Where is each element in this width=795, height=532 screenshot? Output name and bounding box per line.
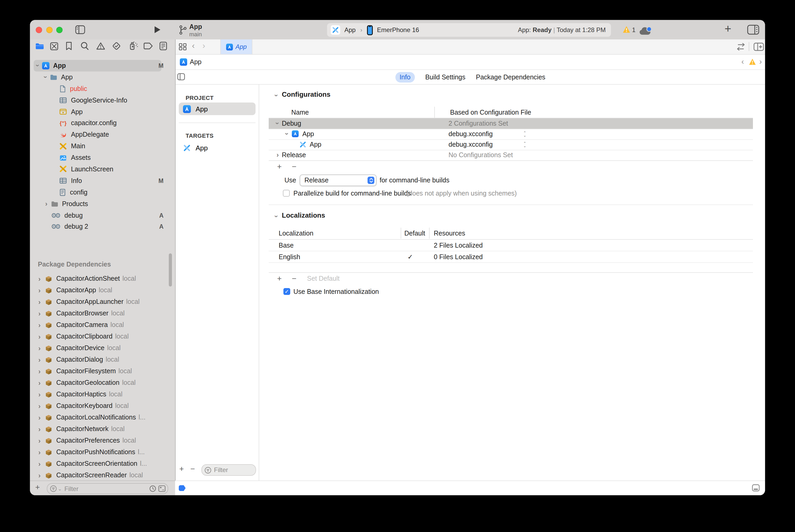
tree-row-info[interactable]: Info M bbox=[30, 175, 175, 187]
package-row[interactable]: ›CapacitorDevicelocal bbox=[30, 342, 175, 354]
toolbar-project-title[interactable]: App bbox=[189, 23, 202, 31]
set-default-button[interactable]: Set Default bbox=[307, 275, 340, 282]
toggle-navigator-icon[interactable] bbox=[75, 25, 85, 34]
disclosure-icon[interactable]: › bbox=[283, 131, 291, 137]
jump-bar-item[interactable]: App bbox=[190, 58, 202, 66]
package-row[interactable]: ›CapacitorApplocal bbox=[30, 284, 175, 296]
package-row[interactable]: ›CapacitorCameralocal bbox=[30, 319, 175, 331]
panel-filter-field[interactable]: Filter bbox=[201, 464, 256, 476]
prev-issue-icon[interactable]: ‹ bbox=[741, 57, 744, 66]
tree-row-capacitor-config[interactable]: {"} capacitor.config bbox=[30, 117, 175, 129]
use-base-internationalization-checkbox[interactable]: ✓ bbox=[283, 288, 290, 295]
issues-navigator-icon[interactable] bbox=[96, 42, 105, 50]
package-row[interactable]: ›CapacitorScreenReaderlocal bbox=[30, 470, 175, 480]
disclosure-icon[interactable]: › bbox=[274, 121, 282, 126]
bookmarks-navigator-icon[interactable] bbox=[66, 41, 72, 51]
remove-localization-button[interactable]: − bbox=[292, 274, 297, 283]
close-window-button[interactable] bbox=[36, 27, 42, 33]
package-row[interactable]: ›CapacitorPreferenceslocal bbox=[30, 435, 175, 446]
tab-package-dependencies[interactable]: Package Dependencies bbox=[476, 73, 545, 81]
package-row[interactable]: ›CapacitorPushNotificationsl... bbox=[30, 446, 175, 458]
disclosure-icon[interactable]: › bbox=[44, 200, 49, 208]
remove-target-button[interactable]: − bbox=[190, 464, 195, 473]
tree-row-debug-2[interactable]: ⚙⚙ debug 2 A bbox=[30, 221, 175, 233]
run-button[interactable] bbox=[154, 26, 161, 34]
next-issue-icon[interactable]: › bbox=[759, 57, 762, 66]
configurations-disclosure-icon[interactable]: › bbox=[272, 93, 281, 98]
toolbar-branch-name[interactable]: main bbox=[189, 31, 202, 37]
package-row[interactable]: ›CapacitorGeolocationlocal bbox=[30, 377, 175, 388]
scheme-status-pill[interactable]: App › EmerPhone 16 App: Ready | Today at… bbox=[327, 23, 611, 37]
scheme-destination[interactable]: EmerPhone 16 bbox=[377, 26, 419, 34]
source-control-navigator-icon[interactable] bbox=[50, 42, 58, 51]
tree-row-folder-app[interactable]: › App bbox=[30, 72, 175, 83]
config-row-app-target[interactable]: App debug.xcconfig ⌃⌄ bbox=[269, 139, 753, 150]
tab-app[interactable]: App bbox=[220, 39, 252, 54]
package-row[interactable]: ›CapacitorHapticslocal bbox=[30, 388, 175, 400]
package-row[interactable]: ›CapacitorScreenOrientationl... bbox=[30, 458, 175, 470]
tree-row-main[interactable]: Main bbox=[30, 140, 175, 152]
package-row[interactable]: ›CapacitorClipboardlocal bbox=[30, 331, 175, 342]
localization-row-base[interactable]: Base 2 Files Localized bbox=[269, 240, 753, 251]
tree-row-public[interactable]: public bbox=[30, 83, 175, 95]
target-item-app[interactable]: App bbox=[179, 141, 255, 154]
sidebar-editor-divider[interactable] bbox=[175, 39, 176, 495]
config-row-release[interactable]: › Release No Configurations Set bbox=[269, 150, 753, 160]
toggle-debug-area-icon[interactable] bbox=[752, 484, 760, 492]
scheme-target[interactable]: App bbox=[344, 26, 356, 34]
config-row-debug[interactable]: › Debug 2 Configurations Set bbox=[269, 118, 753, 129]
go-forward-icon[interactable]: › bbox=[203, 41, 205, 51]
project-item-app[interactable]: App bbox=[179, 102, 255, 115]
package-row[interactable]: ›CapacitorLocalNotificationsl... bbox=[30, 412, 175, 423]
stepper-icon[interactable]: ⌃⌄ bbox=[523, 131, 526, 137]
package-row[interactable]: ›CapacitorNetworklocal bbox=[30, 423, 175, 435]
add-target-button[interactable]: + bbox=[179, 464, 184, 473]
add-localization-button[interactable]: + bbox=[277, 274, 282, 283]
tab-overview-icon[interactable] bbox=[179, 43, 187, 51]
tab-info[interactable]: Info bbox=[395, 72, 415, 82]
localizations-disclosure-icon[interactable]: › bbox=[272, 214, 281, 219]
tests-navigator-icon[interactable] bbox=[112, 41, 121, 51]
config-value[interactable]: debug.xcconfig ⌃⌄ bbox=[449, 141, 526, 148]
disclosure-icon[interactable]: › bbox=[42, 75, 50, 80]
navigator-filter-field[interactable]: ⌄ Filter bbox=[47, 483, 168, 494]
toggle-projects-list-icon[interactable] bbox=[177, 73, 185, 80]
toggle-inspector-icon[interactable] bbox=[747, 25, 759, 35]
remove-configuration-button[interactable]: − bbox=[292, 162, 297, 171]
tree-row-config[interactable]: config bbox=[30, 187, 175, 198]
tree-row-products[interactable]: › Products bbox=[30, 198, 175, 209]
package-row[interactable]: ›CapacitorKeyboardlocal bbox=[30, 400, 175, 412]
package-row[interactable]: ›CapacitorActionSheetlocal bbox=[30, 273, 175, 284]
breakpoints-navigator-icon[interactable] bbox=[144, 43, 153, 50]
add-file-button[interactable]: + bbox=[35, 482, 40, 492]
tree-row-appdelegate[interactable]: AppDelegate bbox=[30, 129, 175, 140]
tab-build-settings[interactable]: Build Settings bbox=[425, 73, 465, 81]
package-row[interactable]: ›CapacitorBrowserlocal bbox=[30, 307, 175, 319]
find-navigator-icon[interactable] bbox=[80, 41, 89, 51]
zoom-window-button[interactable] bbox=[56, 27, 62, 33]
config-row-app-project[interactable]: › App debug.xcconfig ⌃⌄ bbox=[269, 129, 753, 139]
project-navigator-icon[interactable] bbox=[35, 43, 44, 50]
tree-row-launchscreen[interactable]: LaunchScreen bbox=[30, 164, 175, 175]
add-editor-icon[interactable] bbox=[754, 43, 764, 51]
project-activity-tag[interactable] bbox=[179, 485, 186, 491]
swap-editor-icon[interactable] bbox=[736, 43, 745, 51]
package-row[interactable]: ›CapacitorFilesystemlocal bbox=[30, 365, 175, 377]
command-line-config-popup[interactable]: Release bbox=[300, 174, 377, 186]
config-value[interactable]: debug.xcconfig ⌃⌄ bbox=[449, 130, 526, 138]
stepper-icon[interactable]: ⌃⌄ bbox=[523, 142, 526, 147]
minimize-window-button[interactable] bbox=[46, 27, 53, 33]
warning-icon[interactable] bbox=[623, 26, 630, 33]
library-add-button[interactable]: + bbox=[724, 22, 731, 36]
debug-navigator-icon[interactable] bbox=[129, 41, 138, 51]
package-row[interactable]: ›CapacitorDialoglocal bbox=[30, 354, 175, 365]
localization-row-english[interactable]: English ✓ 0 Files Localized bbox=[269, 251, 753, 262]
tree-row-app-yellow[interactable]: App bbox=[30, 106, 175, 117]
reports-navigator-icon[interactable] bbox=[159, 41, 167, 51]
warning-count[interactable]: 1 bbox=[632, 26, 636, 34]
recent-files-clock-icon[interactable] bbox=[149, 485, 156, 492]
sidebar-scrollbar[interactable] bbox=[169, 253, 172, 286]
tree-row-project-app[interactable]: › App M bbox=[30, 60, 175, 72]
add-configuration-button[interactable]: + bbox=[277, 162, 282, 171]
cloud-sync-icon[interactable] bbox=[639, 26, 652, 35]
